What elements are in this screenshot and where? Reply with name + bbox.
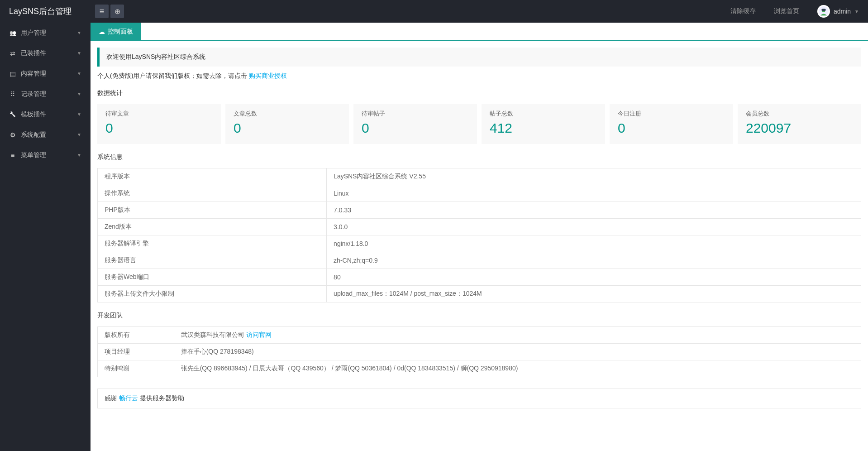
thanks-banner: 感谢 畅行云 提供服务器赞助 (97, 389, 861, 408)
dashboard-icon (99, 28, 105, 35)
nav-icon (9, 111, 16, 117)
sidebar-item-2[interactable]: 内容管理▼ (0, 63, 91, 84)
tabs: 控制面板 (91, 23, 868, 41)
sidebar-item-0[interactable]: 用户管理▼ (0, 23, 91, 43)
preview-link[interactable]: 浏览首页 (774, 7, 799, 15)
info-key: 服务器上传文件大小限制 (98, 286, 327, 302)
info-value: 3.0.0 (327, 219, 861, 235)
sidebar-item-label: 模板插件 (21, 110, 46, 119)
globe-button[interactable] (110, 5, 124, 18)
stat-value: 0 (618, 120, 725, 136)
team-link[interactable]: 访问官网 (246, 331, 272, 338)
team-key: 特别鸣谢 (98, 360, 174, 377)
stat-label: 帖子总数 (490, 110, 597, 118)
stat-card-4: 今日注册0 (610, 104, 733, 144)
info-key: 程序版本 (98, 168, 327, 185)
chevron-down-icon: ▼ (77, 91, 81, 96)
thanks-prefix: 感谢 (105, 394, 119, 402)
info-value: 7.0.33 (327, 202, 861, 219)
stat-card-0: 待审文章0 (97, 104, 221, 144)
sidebar-item-4[interactable]: 模板插件▼ (0, 104, 91, 125)
sidebar-item-label: 系统配置 (21, 131, 46, 139)
sidebar-item-label: 用户管理 (21, 29, 46, 37)
table-row: 版权所有武汉类森科技有限公司 访问官网 (98, 327, 861, 344)
sysinfo-table: 程序版本LaySNS内容社区综合系统 V2.55操作系统LinuxPHP版本7.… (97, 168, 861, 302)
nav-icon (9, 30, 16, 36)
team-key: 版权所有 (98, 327, 174, 344)
content: 欢迎使用LaySNS内容社区综合系统 个人(免费版)用户请保留我们版权；如需去除… (91, 41, 868, 451)
avatar (817, 5, 830, 18)
header: LaySNS后台管理 清除缓存 浏览首页 admin ▼ (0, 0, 868, 23)
stat-card-5: 会员总数220097 (738, 104, 861, 144)
team-value: 捧在手心(QQ 278198348) (181, 348, 254, 355)
stat-label: 待审文章 (105, 110, 213, 118)
license-text: 个人(免费版)用户请保留我们版权；如需去除，请点击 (97, 72, 249, 79)
buy-license-link[interactable]: 购买商业授权 (249, 72, 287, 79)
table-row: Zend版本3.0.0 (98, 219, 861, 235)
table-row: PHP版本7.0.33 (98, 202, 861, 219)
sidebar-item-6[interactable]: 菜单管理▼ (0, 145, 91, 165)
info-value: upload_max_files：1024M / post_max_size：1… (327, 286, 861, 302)
sidebar-item-1[interactable]: 已装插件▼ (0, 43, 91, 63)
table-row: 特别鸣谢张先生(QQ 896683945) / 日辰大表哥（QQ 439560）… (98, 360, 861, 377)
nav-icon (9, 91, 16, 98)
stat-value: 412 (490, 120, 597, 136)
sidebar-item-label: 菜单管理 (21, 151, 46, 159)
menu-toggle-button[interactable] (95, 5, 109, 18)
stat-label: 会员总数 (746, 110, 853, 118)
table-row: 项目经理捧在手心(QQ 278198348) (98, 344, 861, 360)
team-value: 张先生(QQ 896683945) / 日辰大表哥（QQ 439560） / 梦… (181, 365, 518, 372)
stat-value: 0 (105, 120, 213, 136)
info-key: 服务器语言 (98, 252, 327, 269)
stat-label: 文章总数 (234, 110, 341, 118)
logo: LaySNS后台管理 (0, 6, 91, 17)
table-row: 服务器解译引擎nginx/1.18.0 (98, 235, 861, 252)
table-row: 操作系统Linux (98, 185, 861, 202)
sidebar-item-label: 已装插件 (21, 49, 46, 58)
license-note: 个人(免费版)用户请保留我们版权；如需去除，请点击 购买商业授权 (97, 72, 861, 80)
stat-value: 0 (234, 120, 341, 136)
nav-icon (9, 131, 16, 139)
table-row: 服务器上传文件大小限制upload_max_files：1024M / post… (98, 286, 861, 302)
chevron-down-icon: ▼ (77, 71, 81, 76)
stat-label: 待审帖子 (362, 110, 469, 118)
thanks-suffix: 提供服务器赞助 (138, 394, 184, 402)
user-dropdown[interactable]: admin ▼ (817, 5, 859, 18)
info-key: Zend版本 (98, 219, 327, 235)
team-title: 开发团队 (97, 312, 861, 320)
sidebar-item-3[interactable]: 记录管理▼ (0, 84, 91, 104)
info-key: 服务器Web端口 (98, 269, 327, 286)
info-value: 80 (327, 269, 861, 286)
tab-dashboard[interactable]: 控制面板 (91, 23, 141, 41)
sponsor-link[interactable]: 畅行云 (119, 394, 138, 402)
sidebar-item-5[interactable]: 系统配置▼ (0, 125, 91, 145)
chevron-down-icon: ▼ (77, 132, 81, 137)
header-right: 清除缓存 浏览首页 admin ▼ (730, 5, 868, 18)
stat-card-1: 文章总数0 (225, 104, 349, 144)
table-row: 服务器Web端口80 (98, 269, 861, 286)
table-row: 服务器语言zh-CN,zh;q=0.9 (98, 252, 861, 269)
stat-label: 今日注册 (618, 110, 725, 118)
chevron-down-icon: ▼ (854, 9, 859, 14)
nav-icon (9, 70, 16, 77)
stat-value: 220097 (746, 120, 853, 136)
sysinfo-title: 系统信息 (97, 153, 861, 161)
stat-value: 0 (362, 120, 469, 136)
team-table: 版权所有武汉类森科技有限公司 访问官网项目经理捧在手心(QQ 278198348… (97, 326, 861, 377)
svg-rect-2 (821, 9, 825, 11)
menu-icon (100, 7, 105, 16)
nav-icon (9, 50, 16, 57)
sidebar-item-label: 内容管理 (21, 70, 46, 78)
sidebar: 用户管理▼已装插件▼内容管理▼记录管理▼模板插件▼系统配置▼菜单管理▼ (0, 23, 91, 451)
clear-cache-link[interactable]: 清除缓存 (730, 7, 756, 15)
table-row: 程序版本LaySNS内容社区综合系统 V2.55 (98, 168, 861, 185)
header-left (95, 5, 124, 18)
tab-label: 控制面板 (108, 28, 133, 36)
chevron-down-icon: ▼ (77, 153, 81, 158)
sidebar-item-label: 记录管理 (21, 90, 46, 98)
stats-title: 数据统计 (97, 89, 861, 97)
info-key: 操作系统 (98, 185, 327, 202)
team-key: 项目经理 (98, 344, 174, 360)
info-key: 服务器解译引擎 (98, 235, 327, 252)
stats-row: 待审文章0文章总数0待审帖子0帖子总数412今日注册0会员总数220097 (97, 104, 861, 144)
